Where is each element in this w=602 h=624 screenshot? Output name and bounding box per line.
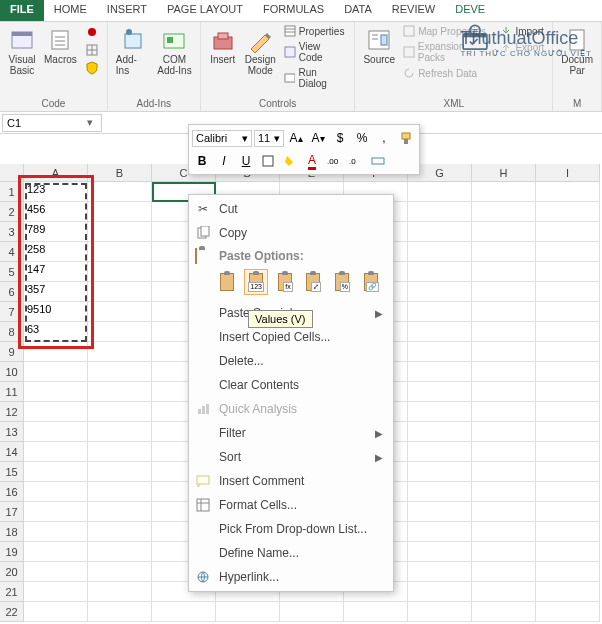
cell-H16[interactable] bbox=[472, 482, 536, 502]
cell-I13[interactable] bbox=[536, 422, 600, 442]
cell-A14[interactable] bbox=[24, 442, 88, 462]
row-header-19[interactable]: 19 bbox=[0, 542, 24, 562]
cell-G14[interactable] bbox=[408, 442, 472, 462]
row-header-10[interactable]: 10 bbox=[0, 362, 24, 382]
row-header-15[interactable]: 15 bbox=[0, 462, 24, 482]
fill-color-button[interactable] bbox=[280, 151, 300, 171]
cell-G12[interactable] bbox=[408, 402, 472, 422]
cell-A22[interactable] bbox=[24, 602, 88, 622]
cell-A7[interactable]: 9510 bbox=[24, 302, 88, 322]
name-box[interactable]: C1 ▾ bbox=[2, 114, 102, 132]
document-panel-button[interactable]: Docum Par bbox=[559, 24, 595, 78]
cell-H4[interactable] bbox=[472, 242, 536, 262]
properties-button[interactable]: Properties bbox=[282, 24, 349, 38]
row-header-21[interactable]: 21 bbox=[0, 582, 24, 602]
menu-format-cells[interactable]: Format Cells... bbox=[189, 493, 393, 517]
menu-delete[interactable]: Delete... bbox=[189, 349, 393, 373]
cell-I6[interactable] bbox=[536, 282, 600, 302]
decrease-font-button[interactable]: A▾ bbox=[308, 128, 328, 148]
cell-B9[interactable] bbox=[88, 342, 152, 362]
cell-G17[interactable] bbox=[408, 502, 472, 522]
cell-B6[interactable] bbox=[88, 282, 152, 302]
cell-G13[interactable] bbox=[408, 422, 472, 442]
cell-I22[interactable] bbox=[536, 602, 600, 622]
cell-A17[interactable] bbox=[24, 502, 88, 522]
row-header-8[interactable]: 8 bbox=[0, 322, 24, 342]
cell-A3[interactable]: 789 bbox=[24, 222, 88, 242]
com-addins-button[interactable]: COM Add-Ins bbox=[155, 24, 193, 78]
cell-B3[interactable] bbox=[88, 222, 152, 242]
cell-H2[interactable] bbox=[472, 202, 536, 222]
cell-B8[interactable] bbox=[88, 322, 152, 342]
cell-B5[interactable] bbox=[88, 262, 152, 282]
cell-G2[interactable] bbox=[408, 202, 472, 222]
cell-H3[interactable] bbox=[472, 222, 536, 242]
cell-I17[interactable] bbox=[536, 502, 600, 522]
cell-B11[interactable] bbox=[88, 382, 152, 402]
insert-control-button[interactable]: Insert bbox=[207, 24, 239, 90]
comma-format-button[interactable]: , bbox=[374, 128, 394, 148]
row-header-9[interactable]: 9 bbox=[0, 342, 24, 362]
refresh-data-button[interactable]: Refresh Data bbox=[401, 66, 494, 80]
chevron-down-icon[interactable]: ▾ bbox=[83, 116, 97, 129]
cell-H14[interactable] bbox=[472, 442, 536, 462]
cell-H10[interactable] bbox=[472, 362, 536, 382]
format-painter-icon[interactable] bbox=[396, 128, 416, 148]
cell-I14[interactable] bbox=[536, 442, 600, 462]
paste-formulas-button[interactable]: fx bbox=[272, 269, 297, 295]
cell-H8[interactable] bbox=[472, 322, 536, 342]
cell-I16[interactable] bbox=[536, 482, 600, 502]
decrease-decimal-button[interactable]: .0 bbox=[346, 151, 366, 171]
column-header-A[interactable]: A bbox=[24, 164, 88, 182]
cell-I11[interactable] bbox=[536, 382, 600, 402]
row-header-3[interactable]: 3 bbox=[0, 222, 24, 242]
cell-G11[interactable] bbox=[408, 382, 472, 402]
cell-H21[interactable] bbox=[472, 582, 536, 602]
cell-B10[interactable] bbox=[88, 362, 152, 382]
row-header-18[interactable]: 18 bbox=[0, 522, 24, 542]
tab-page-layout[interactable]: PAGE LAYOUT bbox=[157, 0, 253, 21]
cell-G3[interactable] bbox=[408, 222, 472, 242]
menu-filter[interactable]: Filter▶ bbox=[189, 421, 393, 445]
cell-B15[interactable] bbox=[88, 462, 152, 482]
cell-A10[interactable] bbox=[24, 362, 88, 382]
paste-values-button[interactable]: 123 bbox=[244, 269, 269, 295]
font-selector[interactable]: Calibri▾ bbox=[192, 130, 252, 147]
cell-I1[interactable] bbox=[536, 182, 600, 202]
cell-A15[interactable] bbox=[24, 462, 88, 482]
cell-G15[interactable] bbox=[408, 462, 472, 482]
cell-B18[interactable] bbox=[88, 522, 152, 542]
tab-file[interactable]: FILE bbox=[0, 0, 44, 21]
macros-button[interactable]: Macros bbox=[42, 24, 79, 78]
cell-B21[interactable] bbox=[88, 582, 152, 602]
column-header-H[interactable]: H bbox=[472, 164, 536, 182]
tab-home[interactable]: HOME bbox=[44, 0, 97, 21]
increase-font-button[interactable]: A▴ bbox=[286, 128, 306, 148]
tab-data[interactable]: DATA bbox=[334, 0, 382, 21]
export-button[interactable]: Export bbox=[498, 40, 546, 54]
cell-G22[interactable] bbox=[408, 602, 472, 622]
row-header-22[interactable]: 22 bbox=[0, 602, 24, 622]
menu-clear-contents[interactable]: Clear Contents bbox=[189, 373, 393, 397]
cell-A13[interactable] bbox=[24, 422, 88, 442]
tab-developer[interactable]: DEVE bbox=[445, 0, 495, 21]
cell-B2[interactable] bbox=[88, 202, 152, 222]
cell-G10[interactable] bbox=[408, 362, 472, 382]
menu-pick-dropdown[interactable]: Pick From Drop-down List... bbox=[189, 517, 393, 541]
cell-A2[interactable]: 456 bbox=[24, 202, 88, 222]
cell-B12[interactable] bbox=[88, 402, 152, 422]
cell-F22[interactable] bbox=[344, 602, 408, 622]
tab-formulas[interactable]: FORMULAS bbox=[253, 0, 334, 21]
merge-button[interactable] bbox=[368, 151, 388, 171]
cell-A6[interactable]: 357 bbox=[24, 282, 88, 302]
underline-button[interactable]: U bbox=[236, 151, 256, 171]
cell-A18[interactable] bbox=[24, 522, 88, 542]
cell-I21[interactable] bbox=[536, 582, 600, 602]
cell-G5[interactable] bbox=[408, 262, 472, 282]
cell-G18[interactable] bbox=[408, 522, 472, 542]
menu-sort[interactable]: Sort▶ bbox=[189, 445, 393, 469]
border-button[interactable] bbox=[258, 151, 278, 171]
cell-H11[interactable] bbox=[472, 382, 536, 402]
cell-I18[interactable] bbox=[536, 522, 600, 542]
menu-hyperlink[interactable]: Hyperlink... bbox=[189, 565, 393, 589]
